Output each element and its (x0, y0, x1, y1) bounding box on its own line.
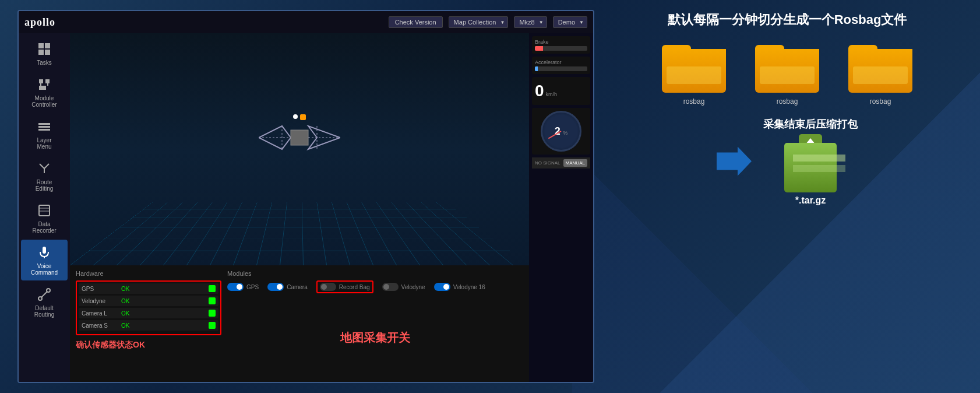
camera-module-label: Camera (287, 284, 308, 290)
arrow-section: 采集结束后压缩打包 *.tar.gz (612, 117, 963, 206)
folder-item-2: rosbag (755, 40, 819, 106)
confirm-sensor-text: 确认传感器状态OK (76, 340, 221, 350)
camera-s-label: Camera S (82, 322, 117, 329)
velodyne-label: Velodyne (82, 298, 117, 304)
record-bag-toggle[interactable] (320, 283, 336, 291)
apollo-sidebar: Tasks ModuleController LayerMenu (19, 33, 70, 382)
routing-icon (36, 286, 52, 303)
compress-title: 采集结束后压缩打包 (763, 117, 858, 131)
folder-icon-3 (848, 40, 912, 93)
folder-label-3: rosbag (870, 97, 891, 106)
camera-toggle[interactable] (267, 283, 284, 291)
sidebar-routing-label: DefaultRouting (34, 305, 54, 318)
sidebar-item-layer-menu[interactable]: LayerMenu (21, 114, 68, 155)
brake-label: Brake (535, 39, 587, 45)
speed-value: 0 (535, 82, 544, 100)
compress-section: 采集结束后压缩打包 *.tar.gz (763, 117, 858, 206)
demo-dropdown[interactable]: Demo (553, 16, 587, 28)
accel-gauge: Accelerator (532, 57, 590, 74)
apollo-topbar: apollo Check Version Map Collection Mkz8… (19, 11, 593, 33)
voice-icon (36, 244, 52, 261)
folder-item-1: rosbag (662, 40, 726, 106)
folder-icon-2 (755, 40, 819, 93)
svg-rect-9 (43, 86, 46, 90)
archive-stripe-2 (793, 165, 845, 172)
signal-bar: NO SIGNAL MANUAL (532, 157, 590, 169)
pct-unit: % (563, 130, 567, 136)
modules-title: Modules (227, 270, 523, 277)
sidebar-item-tasks[interactable]: Tasks (21, 36, 68, 71)
brake-fill (535, 46, 543, 51)
module-velodyne: Velodyne (382, 283, 425, 291)
vehicle-model (259, 123, 340, 152)
accel-fill (535, 66, 538, 71)
svg-rect-16 (43, 247, 46, 254)
gps-label: GPS (82, 286, 117, 292)
svg-rect-10 (38, 123, 50, 125)
folder-icon-1 (662, 40, 726, 93)
sidebar-module-label: ModuleController (31, 95, 57, 108)
velodyne16-toggle[interactable] (434, 283, 450, 291)
svg-rect-3 (45, 50, 50, 55)
sidebar-data-label: DataRecorder (32, 221, 56, 234)
bottom-panel: Hardware GPS OK Velodyne OK (70, 265, 529, 382)
velodyne-toggle[interactable] (382, 283, 399, 291)
brake-bar (535, 46, 587, 51)
module-record-bag: Record Bag (316, 280, 373, 293)
gps-led (209, 285, 216, 292)
tutorial-panel: 默认每隔一分钟切分生成一个Rosbag文件 rosbag (594, 0, 980, 393)
speed-section: 0 km/h (532, 77, 590, 105)
folder-item-3: rosbag (848, 40, 912, 106)
main-container: apollo Check Version Map Collection Mkz8… (0, 0, 980, 393)
module-icon (36, 76, 52, 93)
no-signal-label: NO SIGNAL (535, 160, 560, 166)
sidebar-item-route-editing[interactable]: RouteEditing (21, 156, 68, 196)
velodyne-module-label: Velodyne (401, 284, 425, 290)
sidebar-route-label: RouteEditing (36, 179, 54, 192)
layers-icon (36, 118, 52, 135)
sidebar-item-module-controller[interactable]: ModuleController (21, 72, 68, 113)
camera-s-led (209, 322, 216, 329)
speed-unit: km/h (546, 92, 558, 97)
sidebar-item-default-routing[interactable]: DefaultRouting (21, 282, 68, 322)
velodyne-led (209, 297, 216, 304)
svg-rect-4 (39, 79, 43, 83)
check-version-button[interactable]: Check Version (389, 16, 443, 28)
record-bag-label: Record Bag (339, 284, 370, 290)
right-gauge-panel: Brake Accelerator 0 km/h (529, 33, 593, 382)
hardware-row-camera-l: Camera L OK (79, 308, 218, 318)
archive-body (784, 143, 837, 192)
module-gps: GPS (227, 283, 259, 291)
accel-bar (535, 66, 587, 71)
sidebar-item-voice-command[interactable]: VoiceCommand (21, 240, 68, 280)
data-icon (36, 202, 52, 219)
grid-icon (36, 41, 52, 57)
hardware-box: GPS OK Velodyne OK Camera L (76, 280, 221, 335)
tutorial-title: 默认每隔一分钟切分生成一个Rosbag文件 (612, 12, 963, 29)
folder-label-2: rosbag (777, 97, 798, 106)
svg-rect-13 (39, 205, 50, 216)
svg-rect-2 (38, 50, 44, 55)
mkz8-dropdown[interactable]: Mkz8 (514, 16, 547, 28)
hardware-section: Hardware GPS OK Velodyne OK (76, 270, 221, 377)
manual-button[interactable]: MANUAL (563, 159, 587, 167)
map-collection-dropdown[interactable]: Map Collection (449, 16, 509, 28)
apollo-panel: apollo Check Version Map Collection Mkz8… (17, 10, 594, 383)
gps-toggle[interactable] (227, 283, 244, 291)
viewport-3d (70, 33, 529, 265)
svg-rect-0 (38, 43, 44, 48)
archive-icon (775, 134, 845, 192)
sidebar-item-data-recorder[interactable]: DataRecorder (21, 198, 68, 238)
sidebar-tasks-label: Tasks (37, 59, 52, 66)
camera-s-status: OK (121, 322, 204, 329)
hardware-row-camera-s: Camera S OK (79, 320, 218, 331)
modules-row: GPS Camera Record Bag (227, 280, 523, 293)
gps-module-label: GPS (246, 284, 259, 290)
svg-rect-5 (45, 79, 50, 83)
archive-label: *.tar.gz (795, 195, 826, 206)
speedometer: 2 % (541, 111, 581, 152)
speed-display: 0 km/h (535, 82, 587, 100)
apollo-logo: apollo (24, 16, 55, 29)
speedometer-section: 2 % (532, 108, 590, 155)
sidebar-layer-label: LayerMenu (37, 137, 51, 150)
